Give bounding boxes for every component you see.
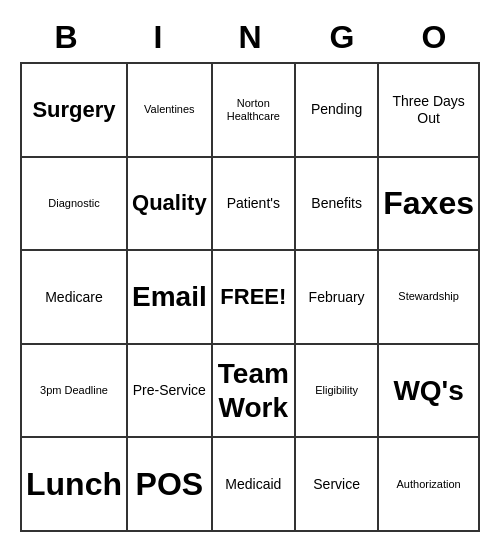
cell-r4-c0: Lunch (22, 438, 128, 532)
cell-r1-c0: Diagnostic (22, 158, 128, 252)
cell-r3-c4: WQ's (379, 345, 480, 439)
cell-r3-c2: Team Work (213, 345, 296, 439)
cell-text: Patient's (227, 195, 280, 212)
cell-r1-c4: Faxes (379, 158, 480, 252)
cell-text: Three Days Out (383, 93, 474, 127)
cell-text: Team Work (217, 357, 290, 424)
cell-r2-c0: Medicare (22, 251, 128, 345)
bingo-card: BINGO SurgeryValentinesNorton Healthcare… (20, 12, 480, 532)
cell-text: February (309, 289, 365, 306)
cell-r0-c3: Pending (296, 64, 379, 158)
cell-r2-c4: Stewardship (379, 251, 480, 345)
cell-text: 3pm Deadline (40, 384, 108, 397)
cell-r3-c0: 3pm Deadline (22, 345, 128, 439)
header-letter: I (112, 12, 204, 62)
cell-text: Pre-Service (133, 382, 206, 399)
cell-text: Medicare (45, 289, 103, 306)
cell-r0-c0: Surgery (22, 64, 128, 158)
header-letter: G (296, 12, 388, 62)
cell-text: Norton Healthcare (217, 97, 290, 123)
cell-text: Diagnostic (48, 197, 99, 210)
cell-text: Benefits (311, 195, 362, 212)
cell-r1-c2: Patient's (213, 158, 296, 252)
cell-r0-c2: Norton Healthcare (213, 64, 296, 158)
cell-text: FREE! (220, 284, 286, 310)
cell-r1-c1: Quality (128, 158, 213, 252)
cell-text: Faxes (383, 184, 474, 222)
cell-text: WQ's (393, 374, 463, 408)
cell-text: Quality (132, 190, 207, 216)
cell-r3-c3: Eligibility (296, 345, 379, 439)
cell-r0-c1: Valentines (128, 64, 213, 158)
cell-r0-c4: Three Days Out (379, 64, 480, 158)
cell-text: Medicaid (225, 476, 281, 493)
cell-text: Email (132, 280, 207, 314)
cell-r3-c1: Pre-Service (128, 345, 213, 439)
cell-text: Service (313, 476, 360, 493)
cell-r1-c3: Benefits (296, 158, 379, 252)
cell-text: POS (136, 465, 204, 503)
cell-text: Valentines (144, 103, 195, 116)
cell-text: Authorization (397, 478, 461, 491)
bingo-grid: SurgeryValentinesNorton HealthcarePendin… (20, 62, 480, 532)
cell-r4-c3: Service (296, 438, 379, 532)
header-letter: O (388, 12, 480, 62)
header-letter: N (204, 12, 296, 62)
cell-text: Stewardship (398, 290, 459, 303)
cell-r2-c2: FREE! (213, 251, 296, 345)
cell-text: Lunch (26, 465, 122, 503)
cell-text: Eligibility (315, 384, 358, 397)
cell-r2-c1: Email (128, 251, 213, 345)
cell-text: Surgery (32, 97, 115, 123)
cell-r4-c4: Authorization (379, 438, 480, 532)
cell-r4-c1: POS (128, 438, 213, 532)
cell-text: Pending (311, 101, 362, 118)
bingo-header: BINGO (20, 12, 480, 62)
cell-r4-c2: Medicaid (213, 438, 296, 532)
cell-r2-c3: February (296, 251, 379, 345)
header-letter: B (20, 12, 112, 62)
